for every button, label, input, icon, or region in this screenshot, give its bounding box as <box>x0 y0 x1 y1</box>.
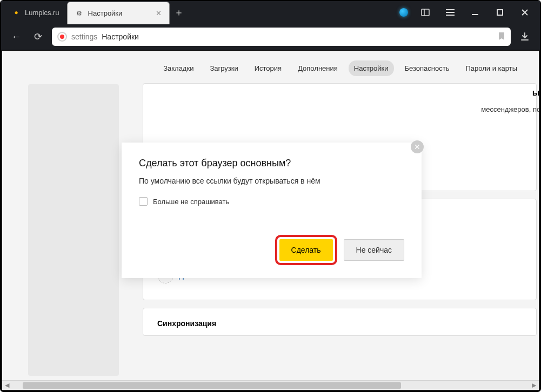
dont-ask-checkbox[interactable]: Больше не спрашивать <box>139 197 404 206</box>
dialog-buttons: Сделать Не сейчас <box>139 235 404 265</box>
sync-status-icon[interactable] <box>399 8 408 17</box>
new-tab-button[interactable]: ＋ <box>170 1 188 24</box>
horizontal-scrollbar[interactable]: ◀ ▶ <box>2 380 539 390</box>
cancel-button[interactable]: Не сейчас <box>344 239 404 261</box>
sidebar-toggle-icon[interactable] <box>418 5 433 20</box>
address-title: Настройки <box>102 32 139 41</box>
downloads-button[interactable] <box>517 29 532 44</box>
tab-settings[interactable]: ⚙ Настройки ✕ <box>67 2 170 24</box>
nav-addons[interactable]: Дополнения <box>292 60 343 76</box>
panel-title-overflow: ым? <box>532 88 539 98</box>
nav-downloads[interactable]: Загрузки <box>204 60 243 76</box>
maximize-button[interactable] <box>492 5 507 20</box>
tab-label: Настройки <box>88 9 123 17</box>
window-controls <box>392 1 540 24</box>
svg-rect-6 <box>497 10 503 15</box>
svg-rect-0 <box>422 9 429 16</box>
scroll-right-icon[interactable]: ▶ <box>529 382 539 389</box>
tab-strip: ● Lumpics.ru ⚙ Настройки ✕ ＋ <box>1 1 540 24</box>
settings-sidebar[interactable] <box>28 84 119 376</box>
nav-settings[interactable]: Настройки <box>349 60 394 76</box>
confirm-button[interactable]: Сделать <box>279 239 333 261</box>
nav-security[interactable]: Безопасность <box>399 60 455 76</box>
browser-window: ● Lumpics.ru ⚙ Настройки ✕ ＋ <box>0 0 541 392</box>
dialog-text: По умолчанию все ссылки будут открыватьс… <box>139 177 404 185</box>
default-browser-dialog: ✕ Сделать этот браузер основным? По умол… <box>122 143 422 278</box>
scroll-thumb[interactable] <box>23 382 401 389</box>
address-prefix: settings <box>71 32 97 41</box>
settings-nav: Закладки Загрузки История Дополнения Нас… <box>2 51 539 85</box>
gear-icon: ⚙ <box>75 9 84 18</box>
highlight-annotation: Сделать <box>275 235 337 265</box>
bookmark-icon[interactable] <box>498 32 505 42</box>
dialog-title: Сделать этот браузер основным? <box>139 158 404 169</box>
nav-passwords[interactable]: Пароли и карты <box>460 60 523 76</box>
address-bar[interactable]: settings Настройки <box>52 28 511 46</box>
toolbar: ← ⟳ settings Настройки <box>1 24 540 50</box>
sync-header: Синхронизация <box>157 319 522 328</box>
page: Закладки Загрузки История Дополнения Нас… <box>2 51 539 390</box>
back-button[interactable]: ← <box>9 29 24 44</box>
sync-panel: Синхронизация <box>143 308 537 336</box>
close-window-button[interactable] <box>517 5 532 20</box>
favicon-lumpics: ● <box>12 8 21 17</box>
nav-bookmarks[interactable]: Закладки <box>158 60 199 76</box>
menu-icon[interactable] <box>443 5 458 20</box>
panel-sub-overflow: мессенджеров, почтовы <box>481 105 539 113</box>
scroll-left-icon[interactable]: ◀ <box>2 382 12 389</box>
dialog-close-button[interactable]: ✕ <box>411 140 424 153</box>
minimize-button[interactable] <box>467 5 483 20</box>
tab-lumpics[interactable]: ● Lumpics.ru <box>4 1 67 24</box>
nav-history[interactable]: История <box>249 60 287 76</box>
checkbox-label: Больше не спрашивать <box>153 198 229 206</box>
checkbox-icon <box>139 197 148 206</box>
tab-label: Lumpics.ru <box>25 9 59 17</box>
site-identity-icon <box>57 32 67 42</box>
close-tab-icon[interactable]: ✕ <box>156 9 162 17</box>
reload-button[interactable]: ⟳ <box>30 29 45 44</box>
